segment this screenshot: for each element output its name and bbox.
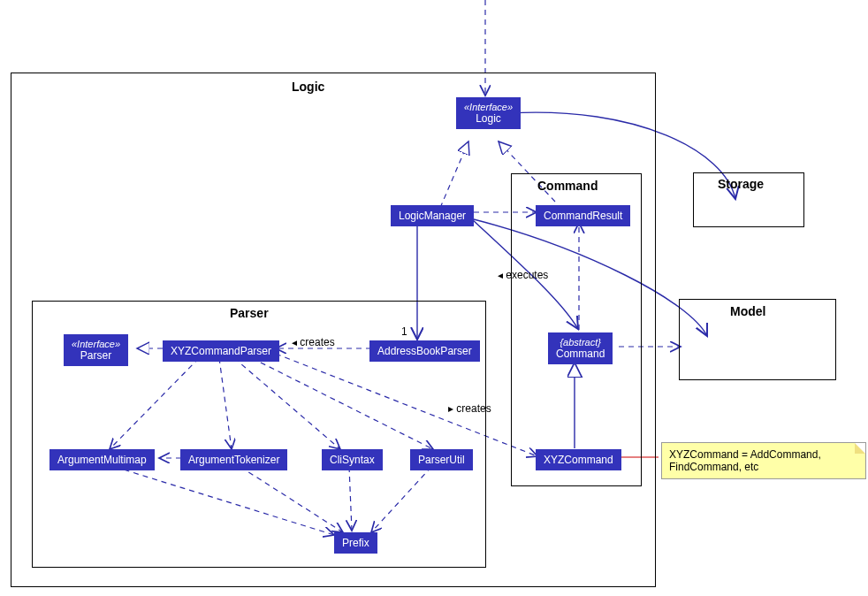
package-command-label: Command: [537, 179, 598, 193]
class-xyz-command-parser: XYZCommandParser: [163, 340, 279, 362]
package-parser-label: Parser: [230, 306, 269, 320]
class-argument-multimap: ArgumentMultimap: [49, 449, 155, 470]
note-text: XYZCommand = AddCommand, FindCommand, et…: [669, 448, 821, 473]
abstract-command-name: Command: [556, 348, 605, 360]
label-executes: ▸ executes: [498, 269, 548, 281]
abstract-command-stereo: {abstract}: [556, 337, 605, 348]
interface-logic-stereo: «Interface»: [464, 102, 513, 112]
class-address-book-parser: AddressBookParser: [369, 340, 480, 362]
note-xyz-command: XYZCommand = AddCommand, FindCommand, et…: [661, 442, 866, 479]
package-storage-label: Storage: [718, 177, 764, 191]
interface-parser: «Interface» Parser: [64, 334, 128, 366]
interface-parser-stereo: «Interface»: [72, 339, 120, 349]
interface-logic: «Interface» Logic: [456, 97, 521, 129]
label-creates-2: ▸ creates: [448, 402, 491, 415]
class-logic-manager: LogicManager: [391, 205, 474, 226]
class-parser-util: ParserUtil: [410, 449, 473, 470]
label-creates-1: ▸ creates: [292, 336, 335, 348]
class-prefix: Prefix: [334, 532, 377, 554]
package-logic-label: Logic: [292, 80, 324, 94]
class-cli-syntax: CliSyntax: [322, 449, 383, 470]
label-mult-1: 1: [401, 325, 407, 338]
class-command-result: CommandResult: [536, 205, 630, 226]
class-argument-tokenizer: ArgumentTokenizer: [180, 449, 287, 470]
interface-logic-name: Logic: [476, 112, 501, 125]
class-xyz-command: XYZCommand: [536, 449, 621, 470]
interface-parser-name: Parser: [80, 349, 111, 362]
package-model-label: Model: [730, 304, 765, 318]
class-abstract-command: {abstract} Command: [548, 332, 613, 364]
